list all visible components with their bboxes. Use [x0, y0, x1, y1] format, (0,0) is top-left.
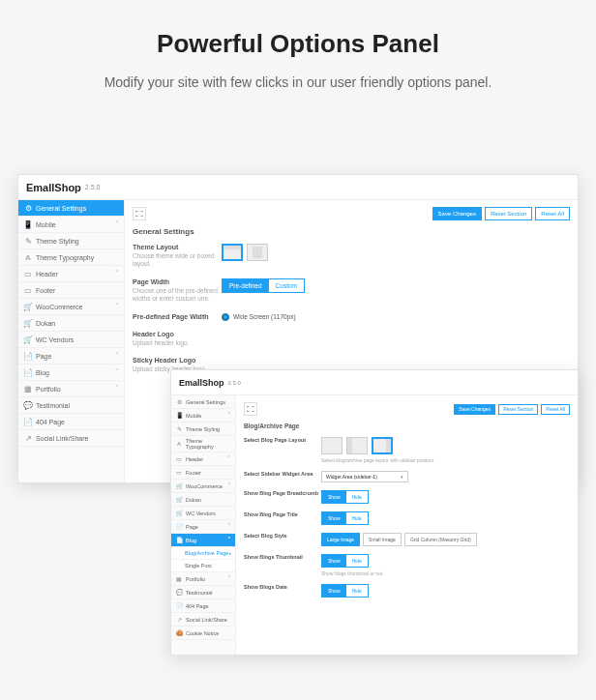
sidebar-item[interactable]: 🛒WC Vendors — [18, 332, 124, 348]
nav-icon: 🛒 — [23, 319, 33, 328]
title-toggle[interactable]: ShowHide — [321, 511, 369, 525]
sidebar: ⚙General Settings📱Mobile˅✎Theme StylingA… — [18, 200, 125, 482]
nav-label: Theme Styling — [36, 238, 79, 245]
nav-label: Mobile — [36, 221, 56, 228]
sidebar-item[interactable]: 🛒Dokan — [18, 315, 124, 332]
sidebar-item[interactable]: ATheme Typography — [171, 436, 235, 452]
style-chip[interactable]: Grid Column (Masonry Grid) — [404, 533, 477, 546]
style-chip[interactable]: Large Image — [321, 533, 360, 546]
sidebar-item[interactable]: 📄404 Page — [171, 599, 235, 613]
sidebar-item[interactable]: ATheme Typography — [18, 249, 124, 266]
sidebar-item[interactable]: ▭Footer — [171, 466, 235, 480]
nav-icon: ▭ — [175, 455, 183, 462]
reset-all-button[interactable]: Reset All — [541, 404, 570, 415]
options-panel-blog: EmallShop 2.5.0 ⚙General Settings📱Mobile… — [170, 369, 579, 656]
field-label: Show Blogs Date — [244, 584, 321, 590]
nav-icon: 🛒 — [23, 335, 33, 344]
sidebar-select[interactable]: Widget Area (sidebar-1)▾ — [321, 471, 408, 482]
nav-icon: 🛒 — [175, 496, 183, 503]
reset-section-button[interactable]: Reset Section — [498, 404, 538, 415]
sidebar-item[interactable]: ↗Social Link/Share — [171, 613, 235, 627]
thumb-toggle[interactable]: ShowHide — [321, 554, 369, 568]
version: 2.5.0 — [228, 380, 241, 386]
reset-section-button[interactable]: Reset Section — [485, 207, 532, 220]
style-chip[interactable]: Small Image — [363, 533, 402, 546]
sidebar-item[interactable]: 🛒WC Vendors — [171, 507, 235, 520]
sidebar-item[interactable]: 📄Page˅ — [171, 520, 235, 534]
content: ⛶ Save Changes Reset Section Reset All B… — [236, 395, 578, 655]
sidebar-item[interactable]: ▭Header˅ — [171, 452, 235, 466]
layout-option-boxed[interactable] — [247, 244, 268, 261]
field-label: Header Logo — [133, 331, 222, 337]
sidebar-item[interactable]: ✎Theme Styling — [171, 423, 235, 436]
sidebar-subitem[interactable]: Blog/Archive Page — [171, 547, 235, 560]
nav-icon: ▭ — [23, 286, 33, 295]
sidebar-item[interactable]: 🛒WooCommerce˅ — [171, 480, 235, 493]
expand-icon[interactable]: ⛶ — [244, 402, 257, 416]
sidebar-item[interactable]: 📱Mobile˅ — [171, 409, 235, 423]
page-width-toggle[interactable]: Pre-definedCustom — [222, 278, 305, 293]
nav-icon: 🍪 — [175, 629, 183, 636]
nav-label: 404 Page — [186, 603, 209, 609]
field-label: Page Width — [133, 278, 222, 285]
sidebar-item[interactable]: ⚙General Settings — [171, 395, 235, 409]
chevron-down-icon: ˅ — [227, 482, 231, 490]
nav-icon: A — [23, 253, 33, 262]
sidebar-item[interactable]: 🛒WooCommerce˅ — [18, 299, 124, 315]
nav-icon: ▦ — [23, 385, 33, 394]
sidebar-item[interactable]: 📄Page˅ — [18, 348, 124, 365]
sidebar-item[interactable]: 📄404 Page — [18, 414, 124, 430]
sidebar-item[interactable]: 🛒Dokan — [171, 493, 235, 507]
chevron-down-icon: ˅ — [227, 455, 231, 463]
field-label: Theme Layout — [133, 244, 222, 250]
sidebar-item[interactable]: 💬Testimonial — [18, 397, 124, 414]
nav-label: WC Vendors — [36, 336, 74, 343]
nav-label: General Settings — [36, 205, 86, 212]
width-radio[interactable]: Wide Screen (1170px) — [222, 313, 570, 321]
date-toggle[interactable]: ShowHide — [321, 584, 369, 598]
nav-label: Portfolio — [186, 576, 205, 582]
sidebar-item[interactable]: ⚙General Settings — [18, 200, 124, 217]
nav-icon: A — [175, 441, 183, 447]
layout-left-sidebar[interactable] — [346, 437, 368, 454]
nav-icon: ↗ — [175, 616, 183, 623]
version: 2.5.0 — [85, 184, 101, 190]
nav-label: Header — [186, 456, 203, 462]
nav-label: WooCommerce — [36, 304, 83, 310]
expand-icon[interactable]: ⛶ — [133, 207, 146, 220]
layout-option-wide[interactable] — [222, 244, 243, 261]
brand: EmallShop — [26, 182, 81, 193]
nav-icon: 🛒 — [23, 303, 33, 311]
sidebar-item[interactable]: ↗Social Link/Share — [18, 430, 124, 447]
nav-icon: ⚙ — [23, 204, 33, 213]
nav-label: Theme Styling — [186, 426, 220, 432]
sidebar-item[interactable]: 💬Testimonial — [171, 586, 235, 599]
nav-label: Page — [36, 353, 51, 360]
layout-right-sidebar[interactable] — [372, 437, 393, 454]
nav-icon: 🛒 — [175, 482, 183, 489]
sidebar-item[interactable]: ✎Theme Styling — [18, 233, 124, 249]
sidebar-item[interactable]: 🍪Cookie Notice — [171, 627, 235, 640]
nav-label: Page — [186, 524, 198, 530]
reset-all-button[interactable]: Reset All — [535, 207, 570, 220]
nav-icon: ▦ — [175, 575, 183, 582]
sidebar-item[interactable]: ▭Footer — [18, 282, 124, 299]
sidebar-item[interactable]: ▦Portfolio˅ — [171, 572, 235, 586]
nav-label: WC Vendors — [186, 510, 216, 516]
nav-label: Header — [36, 271, 58, 277]
field-label: Select Blog Style — [244, 533, 321, 539]
sidebar: ⚙General Settings📱Mobile˅✎Theme StylingA… — [171, 395, 236, 655]
hero-subtitle: Modify your site with few clicks in our … — [75, 73, 521, 93]
sidebar-item[interactable]: 📱Mobile˅ — [18, 217, 124, 233]
layout-no-sidebar[interactable] — [321, 437, 343, 454]
sidebar-subitem[interactable]: Single Post — [171, 560, 235, 572]
breadcrumb-toggle[interactable]: ShowHide — [321, 490, 369, 504]
sidebar-item[interactable]: ▦Portfolio˅ — [18, 381, 124, 397]
sidebar-item[interactable]: ▭Header˅ — [18, 266, 124, 282]
section-title: Blog/Archive Page — [244, 423, 570, 429]
sidebar-item[interactable]: 📄Blog˅ — [171, 534, 235, 547]
save-button[interactable]: Save Changes — [432, 207, 482, 220]
save-button[interactable]: Save Changes — [454, 404, 495, 415]
field-hint: Select blog/archive page layout with sid… — [321, 457, 570, 463]
sidebar-item[interactable]: 📄Blog˅ — [18, 365, 124, 381]
